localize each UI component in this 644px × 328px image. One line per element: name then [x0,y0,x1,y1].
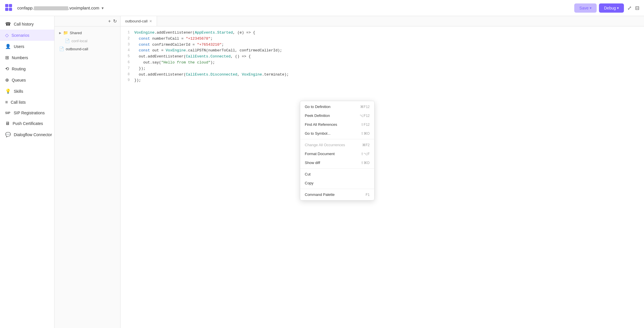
queues-icon: ⊕ [5,77,9,83]
menu-divider-2 [300,168,374,169]
add-file-button[interactable]: + [108,19,111,24]
file-name-outbound-call: outbound-call [66,47,88,51]
expand-arrow-shared: ▶ [59,31,61,34]
context-menu: Go to Definition ⌘F12 Peek Definition ⌥F… [300,101,375,200]
expand-icon[interactable]: ⤢ [627,5,632,11]
sidebar-item-sip-registrations[interactable]: SIP SIP Registrations [0,108,54,118]
save-dropdown-arrow[interactable]: ▾ [590,6,591,10]
sidebar-item-label: Routing [12,67,26,71]
sidebar-item-users[interactable]: 👤 Users [0,41,54,52]
line-num-3: 3 [121,42,134,47]
skills-icon: 💡 [5,88,11,94]
file-item-conf-local[interactable]: 📄 conf-local [55,37,120,45]
menu-item-command-palette[interactable]: Command Palette F1 [300,190,374,199]
menu-label-find-all-references: Find All References [305,122,337,127]
editor-tab-outbound-call[interactable]: outbound-call ✕ [121,16,157,26]
app-grid-icon[interactable] [5,3,13,13]
topbar-actions: Save ▾ Debug ▾ ⤢ ⊟ [574,3,639,13]
line-content-8: out.addEventListener(CallEvents.Disconne… [134,72,644,78]
code-line-4: 4 const out = VoxEngine.callPSTN(numberT… [121,48,644,54]
file-panel: + ↻ ▶ 📁 Shared 📄 conf-local 📄 outbound-c… [55,16,121,328]
sidebar-item-scenarios[interactable]: ◇ Scenarios [0,30,54,41]
sidebar-item-dialogflow-connector[interactable]: 💬 Dialogflow Connector [0,129,54,140]
menu-item-find-all-references[interactable]: Find All References ⇧F12 [300,120,374,129]
editor-tabs: outbound-call ✕ [121,16,644,26]
menu-item-show-diff[interactable]: Show diff ⇧⌘D [300,158,374,167]
menu-label-go-to-symbol: Go to Symbol... [305,131,331,136]
line-content-4: const out = VoxEngine.callPSTN(numberToC… [134,48,644,54]
app-name-blurred [34,6,68,10]
code-line-5: 5 out.addEventListener(CallEvents.Connec… [121,54,644,60]
menu-item-format-document[interactable]: Format Document ⇧⌥F [300,149,374,158]
scenarios-icon: ◇ [5,32,9,38]
menu-shortcut-go-to-definition: ⌘F12 [360,105,370,109]
folder-icon-shared: 📁 [63,30,68,35]
menu-shortcut-go-to-symbol: ⇧⌘O [361,132,370,136]
refresh-button[interactable]: ↻ [113,18,117,24]
svg-rect-3 [9,8,12,11]
routing-icon: ⟲ [5,66,9,72]
menu-item-peek-definition[interactable]: Peek Definition ⌥F12 [300,111,374,120]
sidebar-item-numbers[interactable]: ⊞ Numbers [0,52,54,63]
menu-item-go-to-definition[interactable]: Go to Definition ⌘F12 [300,102,374,111]
editor-code[interactable]: 1 VoxEngine.addEventListener(AppEvents.S… [121,26,644,328]
line-num-8: 8 [121,72,134,77]
line-num-6: 6 [121,60,134,65]
file-icon-outbound-call: 📄 [59,47,64,51]
sidebar-item-label: Dialogflow Connector [14,132,52,137]
menu-item-copy[interactable]: Copy [300,179,374,188]
code-line-7: 7 }); [121,66,644,72]
numbers-icon: ⊞ [5,55,9,60]
line-content-2: const numberToCall = "+12345678"; [134,36,644,42]
call-lists-icon: ≡ [5,100,8,105]
debug-label: Debug [604,6,616,10]
sidebar-item-label: Queues [12,78,26,82]
menu-item-go-to-symbol[interactable]: Go to Symbol... ⇧⌘O [300,129,374,138]
sidebar-item-skills[interactable]: 💡 Skills [0,86,54,97]
push-certificates-icon: 🖥 [5,121,10,126]
line-num-1: 1 [121,30,134,35]
code-line-2: 2 const numberToCall = "+12345678"; [121,36,644,42]
line-num-2: 2 [121,36,134,41]
file-item-outbound-call[interactable]: 📄 outbound-call [55,45,120,53]
sidebar-item-label: Call history [14,22,34,26]
debug-button[interactable]: Debug ▾ [599,3,624,13]
sidebar-item-push-certificates[interactable]: 🖥 Push Certificates [0,118,54,129]
call-history-icon: ☎ [5,21,11,27]
sidebar-item-label: Call lists [11,100,26,105]
sidebar-item-label: Skills [14,89,23,94]
menu-label-command-palette: Command Palette [305,192,335,197]
sidebar: ☎ Call history ◇ Scenarios 👤 Users ⊞ Num… [0,16,55,328]
save-button[interactable]: Save ▾ [574,3,597,13]
app-name-section: confapp..voximplant.com ▾ [17,5,574,10]
menu-shortcut-find-all-references: ⇧F12 [361,123,370,127]
debug-dropdown-arrow[interactable]: ▾ [617,6,619,10]
file-list: ▶ 📁 Shared 📄 conf-local 📄 outbound-call [55,26,120,55]
sidebar-item-queues[interactable]: ⊕ Queues [0,74,54,86]
topbar: confapp..voximplant.com ▾ Save ▾ Debug ▾… [0,0,644,16]
sidebar-item-label: Users [14,44,24,49]
file-item-shared[interactable]: ▶ 📁 Shared [55,29,120,37]
menu-label-go-to-definition: Go to Definition [305,105,331,109]
sidebar-item-routing[interactable]: ⟲ Routing [0,63,54,74]
line-num-4: 4 [121,48,134,53]
menu-shortcut-command-palette: F1 [366,193,370,197]
tab-close-icon[interactable]: ✕ [149,19,152,23]
menu-item-cut[interactable]: Cut [300,170,374,179]
line-content-7: }); [134,66,644,72]
menu-shortcut-change-all-occurrences: ⌘F2 [362,143,370,147]
code-line-3: 3 const confirmedCallerId = "+76543210"; [121,42,644,48]
split-icon[interactable]: ⊟ [635,5,639,11]
file-panel-toolbar: + ↻ [55,16,120,26]
app-dropdown-arrow[interactable]: ▾ [102,6,104,10]
menu-label-peek-definition: Peek Definition [305,113,330,118]
menu-label-show-diff: Show diff [305,161,320,165]
sidebar-item-call-lists[interactable]: ≡ Call lists [0,97,54,108]
svg-rect-0 [5,4,8,7]
menu-shortcut-format-document: ⇧⌥F [361,152,370,156]
line-content-1: VoxEngine.addEventListener(AppEvents.Sta… [134,30,644,36]
sidebar-item-call-history[interactable]: ☎ Call history [0,18,54,30]
app-name-prefix: confapp. [17,5,34,10]
line-num-9: 9 [121,78,134,83]
sidebar-item-label: Scenarios [11,33,29,38]
